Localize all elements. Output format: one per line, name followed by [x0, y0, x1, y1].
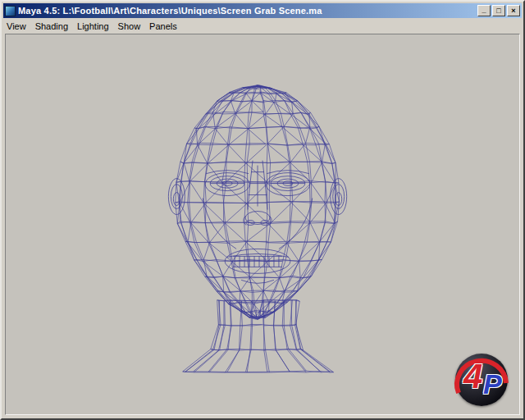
perspective-viewport[interactable]: 4 P	[5, 34, 520, 415]
window-title: Maya 4.5: L:\Football\Art\Characters\Uni…	[18, 6, 474, 16]
menu-show[interactable]: Show	[115, 21, 147, 32]
maya-app-icon	[5, 6, 16, 16]
window-controls: _ □ ×	[477, 5, 520, 16]
menu-view[interactable]: View	[4, 21, 32, 32]
menu-panels[interactable]: Panels	[146, 21, 183, 32]
viewport-canvas[interactable]	[6, 34, 519, 414]
menu-lighting[interactable]: Lighting	[74, 21, 115, 32]
menu-shading[interactable]: Shading	[32, 21, 74, 32]
titlebar[interactable]: Maya 4.5: L:\Football\Art\Characters\Uni…	[3, 3, 522, 18]
menubar: View Shading Lighting Show Panels	[4, 20, 521, 32]
minimize-button-icon[interactable]: _	[477, 5, 491, 16]
maximize-button-icon[interactable]: □	[492, 5, 505, 16]
close-button-icon[interactable]: ×	[507, 5, 520, 16]
maya-window: Maya 4.5: L:\Football\Art\Characters\Uni…	[0, 0, 525, 420]
head-wireframe-mesh	[176, 85, 340, 373]
